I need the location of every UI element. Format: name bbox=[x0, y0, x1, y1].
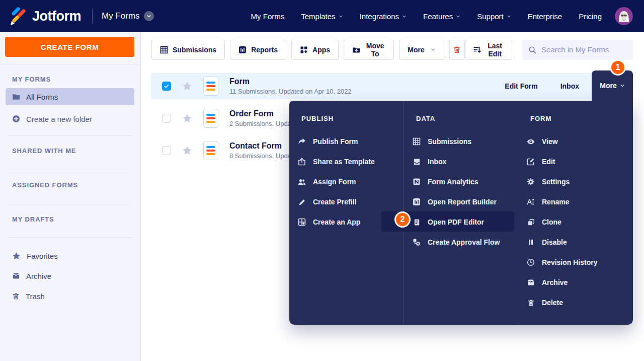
report-icon bbox=[238, 46, 247, 54]
nav-features[interactable]: Features bbox=[423, 12, 460, 21]
row-checkbox[interactable] bbox=[162, 114, 171, 123]
divider bbox=[8, 204, 132, 204]
menu-item-view[interactable]: View bbox=[518, 131, 632, 152]
bulk-actions-toolbar: Submissions Reports Apps Move To bbox=[141, 32, 644, 62]
menu-item-label: Open PDF Editor bbox=[428, 218, 484, 226]
sidebar-item-archive[interactable]: Archive bbox=[6, 268, 134, 284]
menu-item-form-analytics[interactable]: Form Analytics bbox=[404, 172, 518, 192]
menu-item-create-prefill[interactable]: Create Prefill bbox=[289, 192, 404, 212]
analytics-icon bbox=[413, 178, 421, 186]
user-avatar[interactable] bbox=[615, 7, 633, 25]
menu-item-rename[interactable]: Rename bbox=[518, 192, 632, 212]
form-subtitle: 11 Submissions. Updated on Apr 10, 2022 bbox=[229, 88, 352, 95]
menu-item-archive[interactable]: Archive bbox=[518, 272, 632, 293]
nav-templates[interactable]: Templates bbox=[301, 12, 343, 21]
sort-icon bbox=[473, 46, 481, 54]
reports-button[interactable]: Reports bbox=[230, 40, 286, 60]
sidebar-item-all-forms[interactable]: All Forms bbox=[6, 88, 134, 105]
menu-heading-form: FORM bbox=[530, 115, 632, 122]
jotform-logo-icon[interactable] bbox=[9, 7, 26, 26]
sort-button[interactable]: Last Edit bbox=[465, 40, 512, 60]
more-dropdown-menu: 2 PUBLISH Publish Form Share as Template bbox=[289, 101, 633, 325]
step-badge-2: 2 bbox=[394, 211, 411, 228]
search-input[interactable] bbox=[541, 45, 627, 54]
divider bbox=[0, 64, 140, 64]
menu-item-publish-form[interactable]: Publish Form bbox=[289, 131, 404, 152]
menu-item-assign-form[interactable]: Assign Form bbox=[289, 172, 404, 192]
menu-heading-publish: PUBLISH bbox=[301, 115, 404, 122]
move-to-button[interactable]: Move To bbox=[344, 40, 394, 60]
table-icon bbox=[160, 46, 168, 54]
menu-item-label: Delete bbox=[542, 299, 563, 307]
pencil-icon bbox=[298, 198, 306, 206]
chevron-down-icon bbox=[620, 83, 625, 88]
form-title[interactable]: Contact Form bbox=[229, 141, 291, 151]
rename-icon bbox=[527, 198, 535, 206]
menu-column-form: FORM View Edit bbox=[518, 101, 632, 325]
menu-item-label: Clone bbox=[542, 218, 561, 226]
create-form-button[interactable]: CREATE FORM bbox=[5, 37, 134, 57]
edit-icon bbox=[527, 158, 535, 166]
pause-icon bbox=[527, 239, 535, 246]
menu-item-delete[interactable]: Delete bbox=[518, 293, 632, 313]
edit-form-link[interactable]: Edit Form bbox=[505, 82, 537, 90]
star-icon[interactable] bbox=[182, 113, 192, 123]
sidebar-item-favorites[interactable]: Favorites bbox=[6, 248, 134, 264]
inbox-link[interactable]: Inbox bbox=[560, 82, 579, 90]
menu-item-revision-history[interactable]: Revision History bbox=[518, 252, 632, 272]
nav-pricing[interactable]: Pricing bbox=[579, 12, 602, 21]
menu-item-clone[interactable]: Clone bbox=[518, 212, 632, 232]
row-checkbox[interactable] bbox=[162, 146, 171, 155]
menu-item-create-approval-flow[interactable]: Create Approval Flow bbox=[404, 232, 518, 252]
step-badge-1: 1 bbox=[610, 59, 626, 76]
menu-item-label: Rename bbox=[542, 198, 569, 206]
menu-item-create-an-app[interactable]: Create an App bbox=[289, 212, 404, 232]
chevron-down-icon bbox=[402, 14, 407, 19]
delete-selected-button[interactable] bbox=[449, 40, 465, 60]
menu-item-edit[interactable]: Edit bbox=[518, 152, 632, 172]
apps-button[interactable]: Apps bbox=[291, 40, 339, 60]
star-icon[interactable] bbox=[182, 81, 192, 91]
star-icon[interactable] bbox=[182, 146, 192, 156]
row-checkbox-checked[interactable] bbox=[162, 82, 171, 91]
menu-item-disable[interactable]: Disable bbox=[518, 232, 632, 252]
menu-item-submissions[interactable]: Submissions bbox=[404, 131, 518, 152]
menu-item-label: Assign Form bbox=[313, 178, 356, 186]
sidebar-item-assigned-forms[interactable]: ASSIGNED FORMS bbox=[12, 181, 140, 189]
form-thumbnail-icon bbox=[203, 77, 218, 96]
trash-icon bbox=[527, 299, 535, 307]
eye-icon bbox=[527, 137, 535, 146]
brand-wordmark[interactable]: Jotform bbox=[32, 9, 81, 24]
form-subtitle: 8 Submissions. Upda bbox=[229, 152, 291, 160]
main-nav: My Forms Templates Integrations Features… bbox=[251, 12, 602, 21]
menu-item-inbox[interactable]: Inbox bbox=[404, 152, 518, 172]
menu-item-open-report-builder[interactable]: Open Report Builder bbox=[404, 192, 518, 212]
sidebar-item-trash[interactable]: Trash bbox=[6, 288, 134, 304]
form-title[interactable]: Order Form bbox=[229, 109, 291, 118]
menu-item-settings[interactable]: Settings bbox=[518, 172, 632, 192]
menu-item-share-as-template[interactable]: Share as Template bbox=[289, 152, 404, 172]
form-title[interactable]: Form bbox=[229, 77, 352, 86]
table-icon bbox=[413, 137, 421, 146]
sidebar-item-shared-with-me[interactable]: SHARED WITH ME bbox=[12, 147, 140, 155]
folder-icon bbox=[12, 93, 20, 101]
top-navbar: Jotform My Forms My Forms Templates Inte… bbox=[0, 0, 644, 32]
nav-my-forms[interactable]: My Forms bbox=[251, 12, 285, 21]
sidebar-item-my-drafts[interactable]: MY DRAFTS bbox=[12, 215, 140, 223]
plus-circle-icon bbox=[12, 115, 20, 123]
form-row-form[interactable]: Form 11 Submissions. Updated on Apr 10, … bbox=[151, 73, 633, 99]
nav-support[interactable]: Support bbox=[477, 12, 511, 21]
sidebar-item-create-folder[interactable]: Create a new folder bbox=[6, 110, 134, 127]
menu-item-label: Create an App bbox=[313, 218, 360, 226]
workspace-switcher[interactable]: My Forms bbox=[102, 11, 154, 21]
jotform-my-forms-page: Jotform My Forms My Forms Templates Inte… bbox=[0, 0, 644, 361]
submissions-button[interactable]: Submissions bbox=[151, 40, 225, 60]
chevron-down-icon bbox=[456, 14, 460, 19]
more-toolbar-button[interactable]: More bbox=[399, 40, 444, 60]
menu-item-open-pdf-editor[interactable]: Open PDF Editor bbox=[404, 212, 518, 232]
nav-enterprise[interactable]: Enterprise bbox=[528, 12, 562, 21]
row-more-button-active[interactable]: More bbox=[592, 70, 633, 101]
nav-integrations[interactable]: Integrations bbox=[360, 12, 407, 21]
menu-item-label: Publish Form bbox=[313, 137, 358, 146]
sidebar: CREATE FORM MY FORMS All Forms Create a … bbox=[0, 32, 141, 361]
